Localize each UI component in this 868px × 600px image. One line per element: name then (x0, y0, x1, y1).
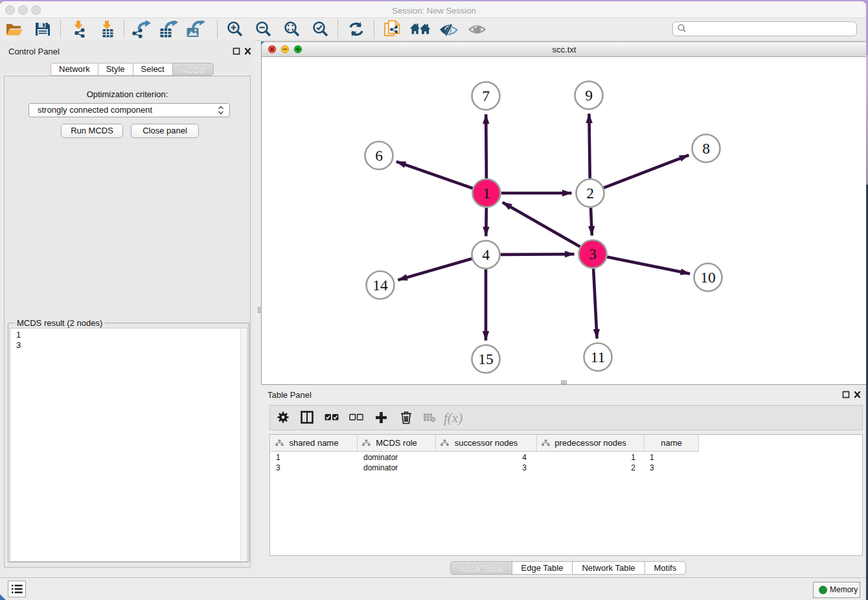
svg-text:9: 9 (585, 87, 593, 104)
svg-text:14: 14 (372, 277, 388, 294)
svg-text:2: 2 (586, 185, 594, 202)
svg-text:7: 7 (482, 87, 490, 104)
svg-text:11: 11 (591, 349, 606, 365)
svg-text:15: 15 (478, 351, 494, 367)
svg-text:8: 8 (702, 140, 710, 157)
svg-text:10: 10 (700, 269, 716, 286)
svg-text:3: 3 (589, 246, 597, 262)
svg-text:6: 6 (375, 147, 383, 164)
svg-text:1: 1 (483, 185, 490, 202)
svg-text:4: 4 (482, 246, 490, 263)
